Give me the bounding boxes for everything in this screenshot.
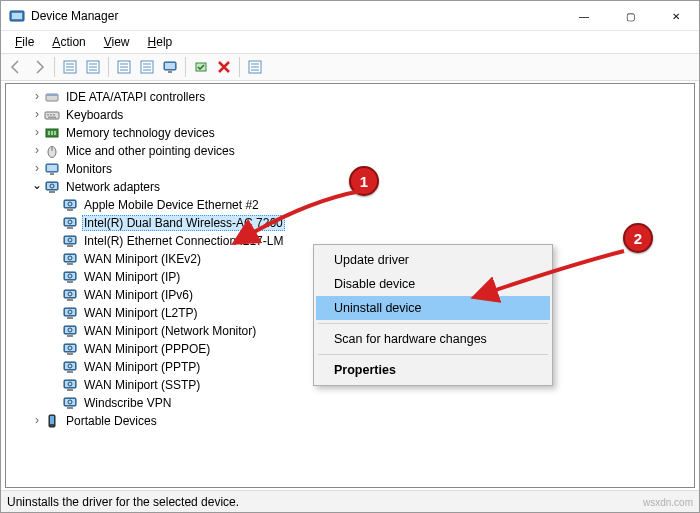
statusbar: Uninstalls the driver for the selected d… [1, 490, 699, 512]
device-label: Mice and other pointing devices [64, 144, 237, 158]
enable-icon[interactable] [190, 56, 212, 78]
device-category[interactable]: Keyboards [8, 106, 692, 124]
titlebar: Device Manager — ▢ ✕ [1, 1, 699, 31]
network-icon [62, 395, 78, 411]
toolbar-separator [108, 57, 109, 77]
show-hidden-icon[interactable] [59, 56, 81, 78]
scan-icon[interactable] [159, 56, 181, 78]
uninstall-icon[interactable] [213, 56, 235, 78]
caret-none [48, 378, 62, 392]
disable-icon[interactable] [244, 56, 266, 78]
device-label: Apple Mobile Device Ethernet #2 [82, 198, 261, 212]
caret-closed-icon[interactable] [30, 162, 44, 176]
toolbar-separator [185, 57, 186, 77]
monitor-icon [44, 161, 60, 177]
context-menu-separator [318, 323, 548, 324]
caret-none [48, 234, 62, 248]
device-label: Memory technology devices [64, 126, 217, 140]
context-menu-item[interactable]: Disable device [316, 272, 550, 296]
forward-icon [28, 56, 50, 78]
close-button[interactable]: ✕ [653, 1, 699, 31]
caret-none [48, 252, 62, 266]
device-label: WAN Miniport (IKEv2) [82, 252, 203, 266]
device-item[interactable]: Apple Mobile Device Ethernet #2 [8, 196, 692, 214]
caret-none [48, 288, 62, 302]
device-category[interactable]: Mice and other pointing devices [8, 142, 692, 160]
watermark: wsxdn.com [643, 497, 693, 508]
network-icon [62, 323, 78, 339]
help-icon[interactable] [82, 56, 104, 78]
device-label: Portable Devices [64, 414, 159, 428]
device-item[interactable]: Intel(R) Dual Band Wireless-AC 7260 [8, 214, 692, 232]
device-label: Intel(R) Ethernet Connection I217-LM [82, 234, 285, 248]
caret-closed-icon[interactable] [30, 414, 44, 428]
network-icon [62, 287, 78, 303]
update-icon[interactable] [136, 56, 158, 78]
caret-closed-icon[interactable] [30, 90, 44, 104]
context-menu-item[interactable]: Scan for hardware changes [316, 327, 550, 351]
menu-view[interactable]: View [96, 33, 138, 51]
device-label: IDE ATA/ATAPI controllers [64, 90, 207, 104]
network-icon [62, 251, 78, 267]
context-menu-item[interactable]: Uninstall device [316, 296, 550, 320]
window-buttons: — ▢ ✕ [561, 1, 699, 30]
annotation-badge-2: 2 [623, 223, 653, 253]
memory-icon [44, 125, 60, 141]
device-category[interactable]: Memory technology devices [8, 124, 692, 142]
network-icon [62, 233, 78, 249]
menu-file[interactable]: File [7, 33, 42, 51]
device-category[interactable]: Portable Devices [8, 412, 692, 430]
menu-help[interactable]: Help [140, 33, 181, 51]
device-label: WAN Miniport (SSTP) [82, 378, 202, 392]
context-menu-item[interactable]: Update driver [316, 248, 550, 272]
caret-none [48, 306, 62, 320]
caret-open-icon[interactable] [30, 180, 44, 194]
caret-none [48, 324, 62, 338]
device-label: WAN Miniport (Network Monitor) [82, 324, 258, 338]
controller-icon [44, 89, 60, 105]
properties-icon[interactable] [113, 56, 135, 78]
device-label: Keyboards [64, 108, 125, 122]
device-label: WAN Miniport (IPv6) [82, 288, 195, 302]
status-text: Uninstalls the driver for the selected d… [7, 495, 239, 509]
minimize-button[interactable]: — [561, 1, 607, 31]
device-category[interactable]: IDE ATA/ATAPI controllers [8, 88, 692, 106]
caret-none [48, 360, 62, 374]
back-icon [5, 56, 27, 78]
device-item[interactable]: Windscribe VPN [8, 394, 692, 412]
context-menu-separator [318, 354, 548, 355]
device-label: Windscribe VPN [82, 396, 173, 410]
device-label: WAN Miniport (L2TP) [82, 306, 200, 320]
caret-none [48, 270, 62, 284]
device-label: WAN Miniport (PPPOE) [82, 342, 212, 356]
network-icon [62, 359, 78, 375]
network-icon [62, 377, 78, 393]
maximize-button[interactable]: ▢ [607, 1, 653, 31]
caret-closed-icon[interactable] [30, 144, 44, 158]
caret-none [48, 198, 62, 212]
menu-action[interactable]: Action [44, 33, 93, 51]
caret-closed-icon[interactable] [30, 126, 44, 140]
menubar: FileActionViewHelp [1, 31, 699, 53]
network-icon [62, 305, 78, 321]
caret-none [48, 216, 62, 230]
device-label: Network adapters [64, 180, 162, 194]
portable-icon [44, 413, 60, 429]
caret-closed-icon[interactable] [30, 108, 44, 122]
context-menu[interactable]: Update driverDisable deviceUninstall dev… [313, 244, 553, 386]
context-menu-item[interactable]: Properties [316, 358, 550, 382]
caret-none [48, 342, 62, 356]
toolbar [1, 53, 699, 81]
network-icon [62, 215, 78, 231]
toolbar-separator [54, 57, 55, 77]
app-icon [9, 8, 25, 24]
device-label: Monitors [64, 162, 114, 176]
caret-none [48, 396, 62, 410]
annotation-badge-1: 1 [349, 166, 379, 196]
network-icon [62, 269, 78, 285]
keyboard-icon [44, 107, 60, 123]
network-icon [44, 179, 60, 195]
toolbar-separator [239, 57, 240, 77]
device-label: WAN Miniport (IP) [82, 270, 182, 284]
network-icon [62, 341, 78, 357]
